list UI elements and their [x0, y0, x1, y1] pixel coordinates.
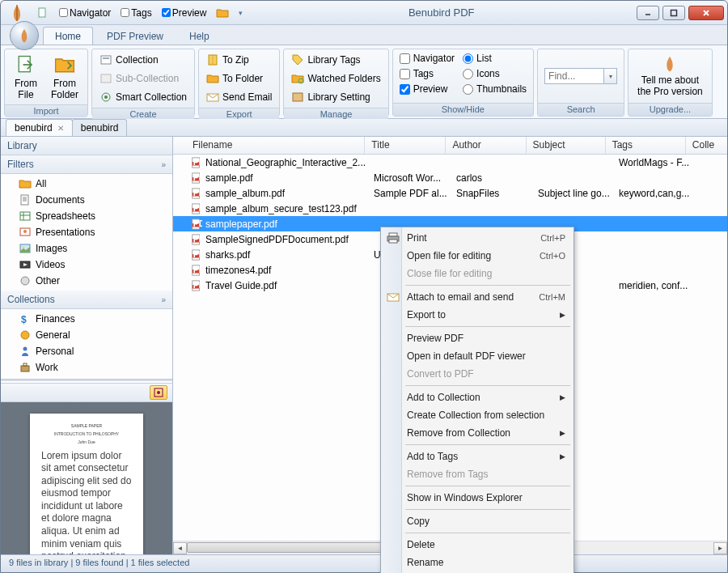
- svg-point-16: [23, 230, 27, 233]
- svg-text:PDF: PDF: [193, 249, 202, 259]
- svg-point-27: [157, 391, 160, 394]
- watched-folders-button[interactable]: Watched Folders: [287, 70, 384, 87]
- application-menu-orb[interactable]: [10, 21, 39, 50]
- preview-mode-button[interactable]: [150, 385, 167, 400]
- ctx-show-in-windows-explorer[interactable]: Show in Windows Explorer: [383, 489, 572, 507]
- ctx-rename[interactable]: Rename: [383, 554, 572, 571]
- qat-new-icon[interactable]: [33, 5, 53, 21]
- submenu-arrow-icon: ▶: [560, 311, 565, 319]
- col-subject[interactable]: Subject: [527, 137, 606, 154]
- filter-item-images[interactable]: Images: [1, 240, 172, 257]
- from-folder-button[interactable]: From Folder: [45, 51, 84, 103]
- collection-item-personal[interactable]: Personal: [1, 343, 172, 359]
- qat-customize-dropdown[interactable]: ▾: [235, 7, 246, 19]
- col-title[interactable]: Title: [365, 137, 446, 154]
- ctx-delete[interactable]: Delete: [383, 536, 572, 554]
- filter-item-presentations[interactable]: Presentations: [1, 224, 172, 240]
- panel-splitter[interactable]: [1, 379, 172, 381]
- library-tags-button[interactable]: Library Tags: [287, 51, 384, 69]
- ribbon-tab-home[interactable]: Home: [43, 27, 93, 45]
- svg-text:PDF: PDF: [193, 203, 202, 213]
- ctx-print[interactable]: PrintCtrl+P: [383, 229, 572, 247]
- file-row[interactable]: PDFsample_album.pdfSample PDF al...SnapF…: [173, 185, 727, 201]
- scroll-right-button[interactable]: ►: [713, 542, 727, 554]
- qat-folder-icon[interactable]: [213, 5, 232, 21]
- close-button[interactable]: [688, 6, 724, 20]
- col-colle[interactable]: Colle: [686, 137, 727, 154]
- ctx-open-file-for-editing[interactable]: Open file for editingCtrl+O: [383, 247, 572, 265]
- svg-rect-14: [20, 212, 30, 220]
- ribbon-group-export: To Zip To Folder Send Email Export: [198, 49, 280, 117]
- ribbon-group-manage: Library Tags Watched Folders Library Set…: [283, 49, 388, 117]
- sub-collection-button: Sub-Collection: [95, 70, 191, 87]
- qat-preview-toggle[interactable]: Preview: [159, 6, 210, 20]
- svg-text:PDF: PDF: [193, 219, 202, 228]
- svg-point-23: [23, 347, 28, 351]
- context-menu: PrintCtrl+POpen file for editingCtrl+OCl…: [380, 227, 574, 573]
- ctx-attach-to-email-and-send[interactable]: Attach to email and sendCtrl+M: [383, 288, 572, 306]
- ctx-open-in-default-pdf-viewer[interactable]: Open in default PDF viewer: [383, 347, 572, 365]
- tags-checkbox[interactable]: [121, 8, 129, 17]
- tags-check[interactable]: Tags: [396, 66, 458, 81]
- minimize-button[interactable]: [637, 6, 659, 20]
- icons-radio[interactable]: Icons: [459, 66, 530, 81]
- collection-item-general[interactable]: General: [1, 327, 172, 343]
- filters-header[interactable]: Filters»: [1, 155, 172, 174]
- ctx-export-to[interactable]: Export to▶: [383, 306, 572, 324]
- svg-text:PDF: PDF: [193, 265, 202, 274]
- navigator-check[interactable]: Navigator: [396, 51, 458, 66]
- ribbon-group-import: From File From Folder Import: [4, 49, 88, 117]
- preview-check[interactable]: Preview: [396, 82, 458, 96]
- ctx-preview-pdf[interactable]: Preview PDF: [383, 329, 572, 347]
- file-row[interactable]: PDFsample.pdfMicrosoft Wor...carlos: [173, 170, 727, 185]
- filter-item-videos[interactable]: Videos: [1, 257, 172, 273]
- ctx-add-to-tags[interactable]: Add to Tags▶: [383, 448, 572, 465]
- ribbon-tab-pdf-preview[interactable]: PDF Preview: [95, 27, 176, 45]
- svg-text:PDF: PDF: [193, 234, 202, 244]
- page-thumbnail[interactable]: SAMPLE PAPER INTRODUCTION TO PHILOSOPHY …: [30, 414, 143, 554]
- list-radio[interactable]: List: [459, 51, 530, 66]
- chevron-icon: »: [161, 295, 166, 304]
- ctx-add-to-collection[interactable]: Add to Collection▶: [383, 388, 572, 406]
- thumbnails-radio[interactable]: Thumbnails: [459, 82, 530, 96]
- filter-item-spreadsheets[interactable]: Spreadsheets: [1, 208, 172, 224]
- file-row[interactable]: PDFNational_Geographic_Interactive_2...W…: [173, 155, 727, 170]
- collection-item-work[interactable]: Work: [1, 359, 172, 376]
- col-author[interactable]: Author: [446, 137, 526, 154]
- upgrade-line1: Tell me about: [641, 74, 699, 86]
- collections-header[interactable]: Collections»: [1, 291, 172, 309]
- scroll-left-button[interactable]: ◄: [173, 542, 187, 554]
- search-input[interactable]: [544, 68, 604, 84]
- qat-tags-toggle[interactable]: Tags: [117, 6, 154, 20]
- preview-pane: SAMPLE PAPER INTRODUCTION TO PHILOSOPHY …: [1, 402, 172, 554]
- preview-checkbox[interactable]: [162, 8, 171, 17]
- upgrade-button[interactable]: Tell me about the Pro version: [632, 51, 709, 101]
- to-zip-button[interactable]: To Zip: [202, 51, 276, 69]
- doc-tab-1[interactable]: benubird: [72, 119, 128, 136]
- navigator-checkbox[interactable]: [59, 8, 68, 17]
- showhide-caption: Show/Hide: [393, 103, 533, 116]
- ctx-copy[interactable]: Copy: [383, 512, 572, 530]
- close-tab-icon[interactable]: ✕: [57, 124, 64, 133]
- ctx-create-collection-from-selection[interactable]: Create Collection from selection: [383, 406, 572, 424]
- col-filename[interactable]: Filename: [186, 137, 365, 154]
- from-file-button[interactable]: From File: [8, 51, 44, 103]
- col-tags[interactable]: Tags: [606, 137, 686, 154]
- filter-item-documents[interactable]: Documents: [1, 192, 172, 208]
- qat-navigator-toggle[interactable]: Navigator: [56, 6, 114, 20]
- collection-button[interactable]: Collection: [95, 51, 191, 69]
- collection-item-finances[interactable]: $Finances: [1, 311, 172, 327]
- search-dropdown[interactable]: ▾: [604, 68, 617, 84]
- maximize-button[interactable]: [662, 6, 685, 20]
- send-email-button[interactable]: Send Email: [202, 88, 276, 106]
- filter-item-other[interactable]: Other: [1, 273, 172, 289]
- smart-collection-button[interactable]: Smart Collection: [95, 88, 191, 106]
- to-folder-button[interactable]: To Folder: [202, 70, 276, 87]
- doc-tab-0[interactable]: benubird✕: [6, 119, 73, 136]
- ribbon-tab-help[interactable]: Help: [177, 27, 222, 45]
- filter-item-all[interactable]: All: [1, 176, 172, 192]
- file-row[interactable]: PDFsample_album_secure_test123.pdf: [173, 201, 727, 216]
- ctx-remove-from-collection[interactable]: Remove from Collection▶: [383, 424, 572, 442]
- svg-text:PDF: PDF: [193, 280, 202, 290]
- library-setting-button[interactable]: Library Setting: [287, 88, 384, 106]
